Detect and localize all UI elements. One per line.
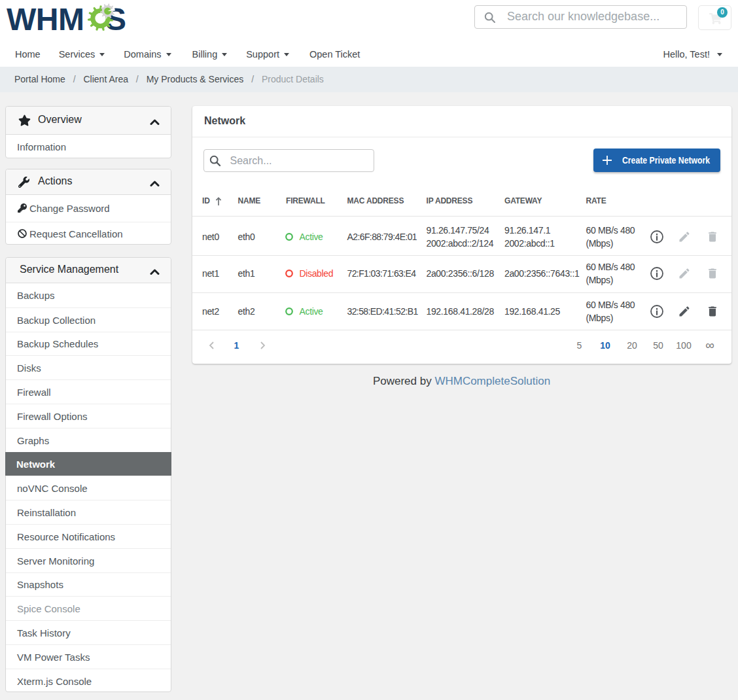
svg-text:WHM: WHM	[7, 3, 84, 37]
